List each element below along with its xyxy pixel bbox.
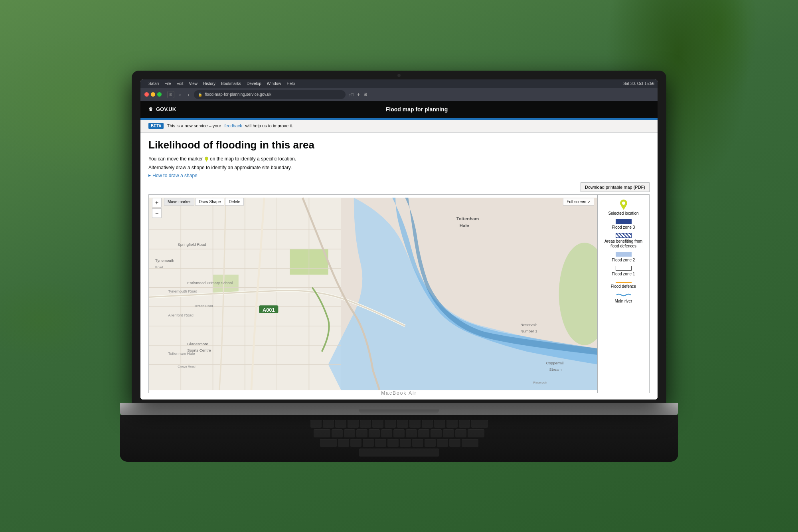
key[interactable] xyxy=(372,420,383,428)
key[interactable] xyxy=(375,439,386,447)
key[interactable] xyxy=(455,429,466,437)
key[interactable] xyxy=(335,420,346,428)
key-tab[interactable] xyxy=(314,429,330,437)
feedback-link[interactable]: feedback xyxy=(224,123,242,128)
key[interactable] xyxy=(422,420,433,428)
map-action-buttons: Move marker Draw Shape Delete xyxy=(164,198,244,206)
key[interactable] xyxy=(437,439,448,447)
key-caps[interactable] xyxy=(320,439,337,447)
key[interactable] xyxy=(360,420,371,428)
svg-text:Number 1: Number 1 xyxy=(520,328,537,333)
key[interactable] xyxy=(418,429,429,437)
legend-flood-zone-1-label: Flood zone 1 xyxy=(612,272,635,277)
new-tab-icon[interactable]: + xyxy=(357,91,360,98)
key[interactable] xyxy=(397,420,408,428)
menu-bookmarks[interactable]: Bookmarks xyxy=(219,81,243,87)
svg-text:Road: Road xyxy=(155,265,163,269)
forward-button[interactable]: › xyxy=(186,91,191,99)
key[interactable] xyxy=(446,420,458,428)
flood-zone-1-swatch xyxy=(616,266,632,271)
key[interactable] xyxy=(332,429,343,437)
zoom-out-button[interactable]: − xyxy=(152,208,162,218)
browser-right-icons: ↑□ + ⊞ xyxy=(349,91,367,98)
key[interactable] xyxy=(393,429,405,437)
key[interactable] xyxy=(406,429,417,437)
browser-toolbar: ⊞ ‹ › 🔒 flood-map-for-planning.service.g… xyxy=(140,88,658,101)
menu-window[interactable]: Window xyxy=(265,81,284,87)
key[interactable] xyxy=(344,429,355,437)
close-window-button[interactable] xyxy=(144,92,149,97)
map-svg: Tynemouth Road Allenford Road Tottenham … xyxy=(149,195,597,393)
menu-help[interactable]: Help xyxy=(284,81,297,87)
flood-zone-2-swatch xyxy=(616,252,632,257)
service-name: Flood map for planning xyxy=(386,106,448,113)
share-icon[interactable]: ↑□ xyxy=(349,92,354,97)
key[interactable] xyxy=(449,439,460,447)
menu-develop[interactable]: Develop xyxy=(244,81,264,87)
key[interactable] xyxy=(323,420,334,428)
key[interactable] xyxy=(369,429,380,437)
menu-safari[interactable]: Safari xyxy=(146,81,161,87)
key[interactable] xyxy=(409,420,421,428)
key[interactable] xyxy=(431,429,442,437)
selected-location-icon xyxy=(619,199,628,210)
key-backspace[interactable] xyxy=(471,420,488,428)
zoom-in-button[interactable]: + xyxy=(152,198,162,208)
map-wrapper[interactable]: Tynemouth Road Allenford Road Tottenham … xyxy=(148,194,598,394)
map-legend: Selected location Flood zone 3 Areas ben… xyxy=(598,194,650,394)
key[interactable] xyxy=(459,420,470,428)
menu-history[interactable]: History xyxy=(201,81,218,87)
key-enter[interactable] xyxy=(468,429,484,437)
map-container: Tynemouth Road Allenford Road Tottenham … xyxy=(148,194,650,394)
key[interactable] xyxy=(356,429,367,437)
minimize-window-button[interactable] xyxy=(151,92,155,97)
key[interactable] xyxy=(350,439,361,447)
back-button[interactable]: ‹ xyxy=(178,91,183,99)
maximize-window-button[interactable] xyxy=(157,92,162,97)
key[interactable] xyxy=(385,420,396,428)
svg-text:Gladesmore: Gladesmore xyxy=(187,341,208,346)
draw-shape-button[interactable]: Draw Shape xyxy=(195,198,224,206)
flood-defence-swatch xyxy=(616,280,632,283)
key[interactable] xyxy=(338,439,349,447)
key[interactable] xyxy=(363,439,374,447)
flood-zone-3-swatch xyxy=(616,219,632,224)
key-spacebar[interactable] xyxy=(359,449,439,457)
delete-button[interactable]: Delete xyxy=(225,198,244,206)
svg-text:Allenford Road: Allenford Road xyxy=(168,312,194,317)
address-bar[interactable]: 🔒 flood-map-for-planning.service.gov.uk xyxy=(194,90,346,99)
legend-flood-zone-3-label: Flood zone 3 xyxy=(612,225,635,230)
menu-edit[interactable]: Edit xyxy=(174,81,186,87)
menu-file[interactable]: File xyxy=(162,81,173,87)
key[interactable] xyxy=(310,420,322,428)
sidebar-toggle-icon[interactable]: ⊞ xyxy=(167,91,174,98)
key[interactable] xyxy=(412,439,423,447)
move-marker-button[interactable]: Move marker xyxy=(164,198,194,206)
legend-main-river: Main river xyxy=(602,292,645,304)
key[interactable] xyxy=(381,429,392,437)
govuk-logo[interactable]: ♛ GOV.UK xyxy=(148,106,176,112)
main-river-swatch xyxy=(616,292,632,298)
key[interactable] xyxy=(434,420,445,428)
macbook-laptop: Safari File Edit View History Bookmarks … xyxy=(120,71,678,462)
key[interactable] xyxy=(348,420,359,428)
svg-text:A001: A001 xyxy=(263,307,275,313)
key[interactable] xyxy=(443,429,454,437)
legend-flood-defence: Flood defence xyxy=(602,280,645,289)
scene: Safari File Edit View History Bookmarks … xyxy=(0,0,798,532)
page-title: Likelihood of flooding in this area xyxy=(148,139,650,151)
key[interactable] xyxy=(425,439,436,447)
key-enter2[interactable] xyxy=(462,439,478,447)
how-to-draw-link[interactable]: How to draw a shape xyxy=(148,173,650,178)
key[interactable] xyxy=(400,439,411,447)
legend-areas-benefiting-label: Areas benefiting from flood defences xyxy=(602,239,645,249)
download-map-button[interactable]: Download printable map (PDF) xyxy=(581,182,650,192)
page-description-line1: You can move the marker on the map to id… xyxy=(148,155,650,162)
grid-icon[interactable]: ⊞ xyxy=(363,92,367,97)
fullscreen-button[interactable]: Full screen ⤢ xyxy=(563,198,594,206)
key[interactable] xyxy=(387,439,399,447)
system-clock: Sat 30. Oct 15:56 xyxy=(623,81,654,86)
map-zoom-controls: + − xyxy=(152,198,162,218)
traffic-lights xyxy=(144,92,162,97)
menu-view[interactable]: View xyxy=(186,81,200,87)
